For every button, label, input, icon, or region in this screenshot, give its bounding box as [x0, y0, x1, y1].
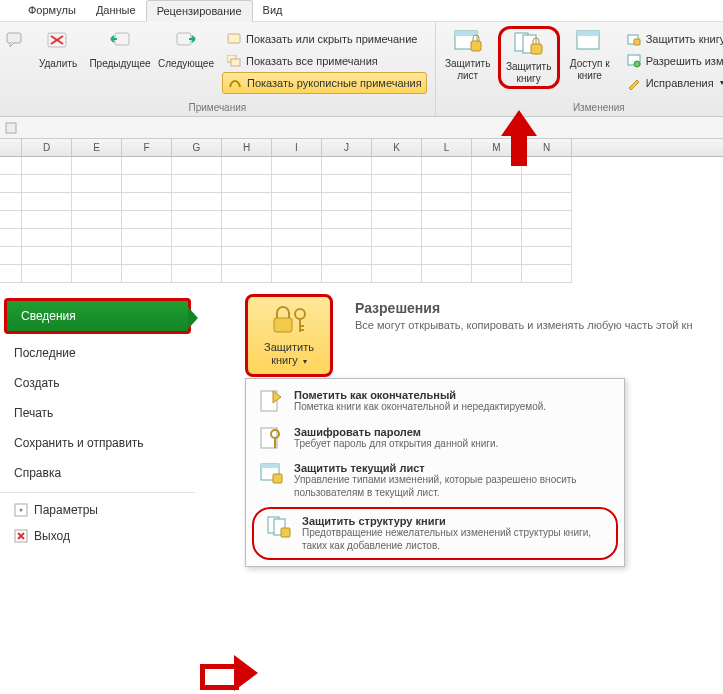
col-header[interactable]: J [322, 139, 372, 156]
new-comment-icon[interactable] [6, 32, 28, 48]
track-changes[interactable]: Исправления ▾ [622, 72, 723, 94]
svg-rect-41 [281, 528, 290, 537]
bs-tab-help[interactable]: Справка [0, 458, 195, 488]
sheet-lock-icon [451, 28, 485, 56]
svg-rect-6 [228, 34, 240, 43]
tab-formulas[interactable]: Формулы [18, 0, 86, 21]
share-book-button[interactable]: Доступ к книге [564, 26, 616, 83]
col-header[interactable]: I [272, 139, 322, 156]
protect-book-menu: Пометить как окончательныйПометка книги … [245, 378, 625, 567]
backstage-sidebar: Сведения Последние Создать Печать Сохран… [0, 294, 195, 549]
arrow-right-icon [169, 28, 203, 56]
bs-tab-save-send[interactable]: Сохранить и отправить [0, 428, 195, 458]
notes-icon [226, 53, 242, 69]
key-icon [256, 426, 286, 450]
col-header[interactable]: L [422, 139, 472, 156]
svg-rect-27 [274, 318, 292, 332]
lock-share-icon [626, 31, 642, 47]
show-all-notes[interactable]: Показать все примечания [222, 50, 382, 72]
col-header[interactable]: G [172, 139, 222, 156]
protect-sheet-button[interactable]: Защитить лист [442, 26, 494, 83]
svg-rect-8 [231, 59, 240, 66]
label: Удалить [39, 58, 77, 70]
label: Защитить лист [444, 58, 492, 81]
svg-rect-21 [6, 123, 16, 133]
pencil-icon [626, 75, 642, 91]
menu-protect-book-structure[interactable]: Защитить структуру книгиПредотвращение н… [252, 507, 618, 560]
annotation-arrow-right [200, 655, 258, 689]
svg-rect-4 [115, 33, 129, 45]
final-icon [256, 389, 286, 413]
label: Следующее [158, 58, 214, 70]
delete-comment-button[interactable]: Удалить [32, 26, 84, 72]
chevron-down-icon: ▾ [720, 78, 723, 87]
group-notes-title: Примечания [6, 100, 429, 116]
col-header[interactable]: K [372, 139, 422, 156]
prev-comment-button[interactable]: Предыдущее [88, 26, 152, 72]
svg-rect-11 [471, 41, 481, 51]
label: Предыдущее [89, 58, 150, 70]
annotation-arrow-up [495, 110, 539, 168]
svg-rect-18 [634, 39, 640, 45]
protect-book-highlight: Защитить книгу [498, 26, 560, 89]
backstage-main: Разрешения Все могут открывать, копирова… [195, 294, 723, 549]
bs-tab-new[interactable]: Создать [0, 368, 195, 398]
allow-edit-ranges[interactable]: Разрешить измене [622, 50, 723, 72]
col-header[interactable]: D [22, 139, 72, 156]
show-ink-notes[interactable]: Показать рукописные примечания [222, 72, 427, 94]
next-comment-button[interactable]: Следующее [156, 26, 216, 72]
book-lock-icon [512, 31, 546, 59]
arrow-left-icon [103, 28, 137, 56]
permissions-title: Разрешения [355, 300, 723, 316]
menu-mark-final[interactable]: Пометить как окончательныйПометка книги … [246, 383, 624, 420]
svg-rect-0 [7, 33, 21, 43]
ink-icon [227, 75, 243, 91]
strip-icon[interactable] [4, 121, 18, 135]
svg-rect-14 [531, 44, 542, 54]
ribbon: Удалить Предыдущее Следующее Показать ил… [0, 22, 723, 117]
bs-options[interactable]: Параметры [0, 497, 195, 523]
svg-rect-37 [261, 464, 279, 468]
bs-tab-print[interactable]: Печать [0, 398, 195, 428]
backstage: Сведения Последние Создать Печать Сохран… [0, 294, 723, 549]
svg-point-23 [20, 509, 23, 512]
menu-protect-current-sheet[interactable]: Защитить текущий листУправление типами и… [246, 456, 624, 505]
protect-book-button[interactable]: Защитить книгу [503, 29, 555, 86]
options-icon [14, 503, 28, 517]
note-icon [226, 31, 242, 47]
ranges-icon [626, 53, 642, 69]
svg-rect-16 [577, 31, 599, 36]
col-header[interactable]: F [122, 139, 172, 156]
ribbon-tabs: Формулы Данные Рецензирование Вид [0, 0, 723, 22]
bs-exit[interactable]: Выход [0, 523, 195, 549]
label: Защитить книгу [505, 61, 553, 84]
bs-tab-info[interactable]: Сведения [4, 298, 191, 334]
col-header[interactable] [0, 139, 22, 156]
tab-data[interactable]: Данные [86, 0, 146, 21]
group-changes-title: Изменения [442, 100, 723, 116]
show-hide-note[interactable]: Показать или скрыть примечание [222, 28, 421, 50]
label: Доступ к книге [566, 58, 614, 81]
tab-view[interactable]: Вид [253, 0, 293, 21]
delete-icon [41, 28, 75, 56]
permissions-desc: Все могут открывать, копировать и изменя… [355, 319, 723, 331]
svg-point-20 [634, 61, 640, 67]
column-headers: D E F G H I J K L M N [0, 139, 723, 157]
svg-rect-5 [177, 33, 191, 45]
col-header[interactable]: E [72, 139, 122, 156]
protect-book-tile[interactable]: Защитить книгу ▾ [245, 294, 333, 377]
protect-share-book[interactable]: Защитить книгу и да [622, 28, 723, 50]
exit-icon [14, 529, 28, 543]
spreadsheet-grid[interactable]: D E F G H I J K L M N [0, 139, 723, 283]
tab-review[interactable]: Рецензирование [146, 0, 253, 22]
col-header[interactable]: H [222, 139, 272, 156]
share-book-icon [573, 28, 607, 56]
book-lock-icon [264, 515, 294, 539]
quick-access-strip [0, 117, 723, 139]
bs-tab-recent[interactable]: Последние [0, 338, 195, 368]
lock-key-icon [270, 303, 308, 337]
svg-point-28 [295, 309, 305, 319]
sheet-lock-icon [256, 462, 286, 486]
svg-rect-38 [273, 474, 282, 483]
menu-encrypt-password[interactable]: Зашифровать паролемТребует пароль для от… [246, 420, 624, 457]
